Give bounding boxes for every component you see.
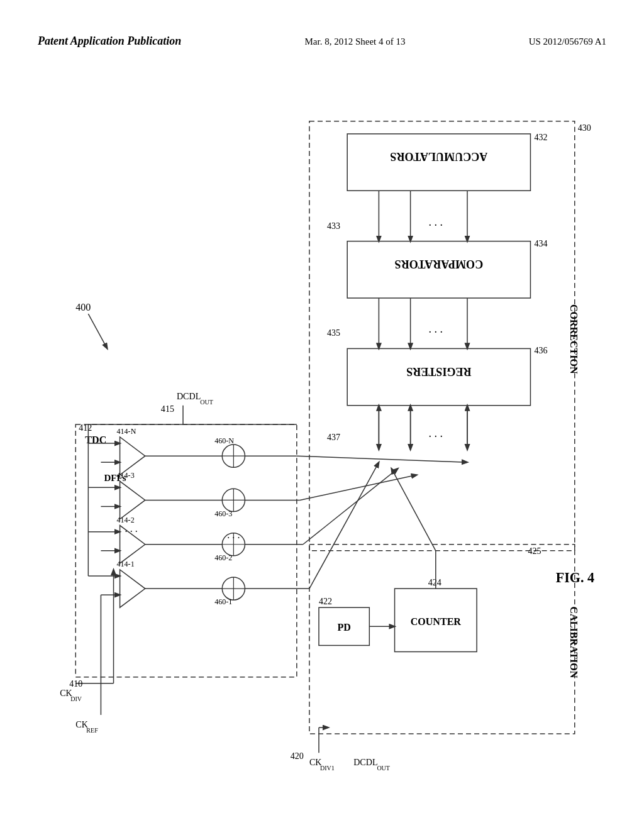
ck-ref-sub: REF <box>86 727 98 734</box>
sheet-info: Mar. 8, 2012 Sheet 4 of 13 <box>305 36 406 47</box>
counter-label: COUNTER <box>411 616 462 627</box>
svg-marker-17 <box>120 570 145 607</box>
label-425: 425 <box>528 546 541 556</box>
comparators-label: COMPARATORS <box>395 258 484 270</box>
label-460-1: 460-1 <box>214 597 232 606</box>
svg-line-63 <box>391 468 435 551</box>
svg-line-42 <box>300 475 417 500</box>
dcdl-out-left-label: DCDL <box>177 391 201 401</box>
dots-adder: . . . <box>227 529 240 540</box>
figure-label: FIG. 4 <box>556 570 594 585</box>
dots-comp-reg: . . . <box>428 323 443 335</box>
label-460-n: 460-N <box>214 436 234 445</box>
svg-marker-19 <box>120 481 145 519</box>
dots-dff: . . . <box>125 523 138 534</box>
label-414-1: 414-1 <box>117 560 135 568</box>
dots-reg-adder: . . . <box>428 427 443 440</box>
label-424: 424 <box>428 577 441 587</box>
dots-acc-comp: . . . <box>428 216 443 228</box>
calibration-label: CALIBRATION <box>569 606 579 678</box>
dcdl-out-bottom-sub: OUT <box>377 765 390 772</box>
circuit-diagram: CORRECTION 430 ACCUMULATORS 432 COMPARAT… <box>38 82 606 792</box>
accumulators-label: ACCUMULATORS <box>390 150 487 163</box>
svg-line-38 <box>309 462 379 589</box>
label-422: 422 <box>319 596 332 606</box>
header: Patent Application Publication Mar. 8, 2… <box>0 35 644 48</box>
publication-title: Patent Application Publication <box>38 35 181 48</box>
registers-label: REGISTERS <box>406 365 472 378</box>
dcdl-out-bottom-label: DCDL <box>353 757 377 767</box>
pd-label: PD <box>337 622 350 633</box>
label-434: 434 <box>534 238 547 248</box>
svg-line-44 <box>297 456 467 462</box>
patent-number: US 2012/056769 A1 <box>529 36 606 47</box>
svg-line-67 <box>88 314 107 348</box>
label-432: 432 <box>534 132 547 142</box>
diagram-area: CORRECTION 430 ACCUMULATORS 432 COMPARAT… <box>38 82 606 792</box>
label-414-3: 414-3 <box>117 471 135 480</box>
dcdl-out-left-sub: OUT <box>200 399 213 406</box>
label-433: 433 <box>327 221 340 231</box>
svg-rect-0 <box>309 121 575 551</box>
label-420: 420 <box>291 751 304 761</box>
svg-marker-20 <box>120 437 145 475</box>
label-430: 430 <box>578 123 591 133</box>
ck-div1-sub: DIV1 <box>320 765 335 772</box>
label-460-2: 460-2 <box>214 553 232 562</box>
label-460-3: 460-3 <box>214 509 232 518</box>
correction-label: CORRECTION <box>569 304 579 374</box>
label-435: 435 <box>327 328 340 338</box>
label-436: 436 <box>534 345 547 355</box>
label-410: 410 <box>69 678 82 689</box>
svg-line-40 <box>303 468 398 545</box>
label-414-n: 414-N <box>117 427 136 436</box>
label-415: 415 <box>161 404 174 414</box>
page: Patent Application Publication Mar. 8, 2… <box>0 0 644 830</box>
ck-div-sub: DIV <box>70 695 82 702</box>
label-400: 400 <box>75 302 91 313</box>
svg-rect-13 <box>309 545 575 734</box>
label-437: 437 <box>327 432 340 442</box>
